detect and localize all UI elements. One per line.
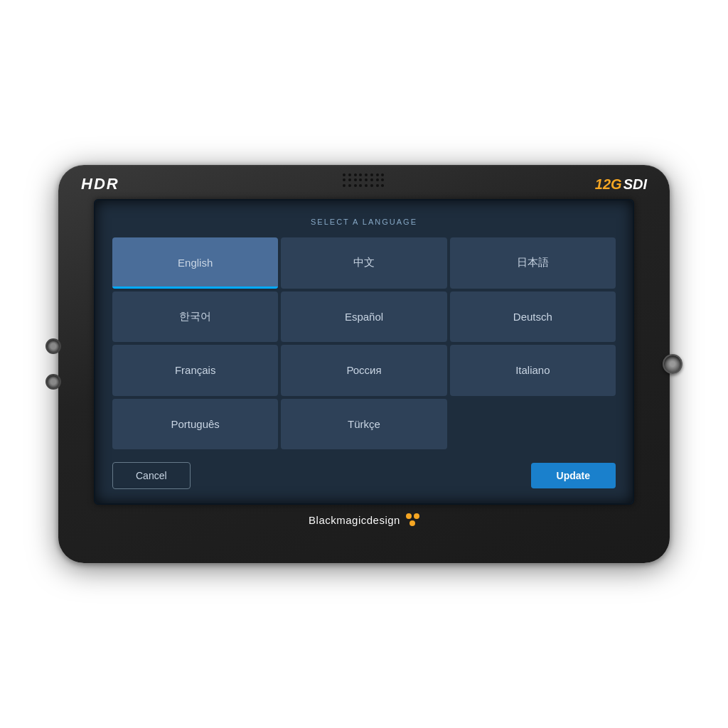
left-connectors: [46, 338, 61, 390]
sdi-label: 12G SDI: [595, 176, 647, 193]
device-body: HDR 12G SDI SELECT A LANGUAGE English 中文: [58, 165, 670, 563]
lang-russian[interactable]: Россия: [281, 345, 446, 396]
lang-turkish[interactable]: Türkçe: [281, 399, 446, 450]
lang-empty: [450, 399, 616, 450]
device-top-bar: HDR 12G SDI: [58, 165, 670, 199]
bnc-right: [663, 354, 682, 374]
lang-french[interactable]: Français: [112, 345, 278, 396]
bnc-bottom: [46, 374, 61, 390]
update-button[interactable]: Update: [531, 463, 616, 488]
language-grid: English 中文 日本語 한국어 Español Deutsch Franç…: [112, 237, 616, 449]
speaker-grille: [343, 173, 385, 188]
lang-japanese[interactable]: 日本語: [450, 237, 616, 289]
brand-logo: [406, 513, 419, 526]
lang-italian[interactable]: Italiano: [450, 345, 616, 396]
lang-chinese[interactable]: 中文: [281, 237, 446, 289]
device-bottom-bar: Blackmagicdesign: [309, 505, 419, 532]
sdi-suffix-text: SDI: [623, 176, 647, 193]
lang-korean[interactable]: 한국어: [112, 291, 278, 343]
logo-dot-2: [414, 513, 419, 519]
lang-english[interactable]: English: [112, 237, 278, 289]
main-screen: SELECT A LANGUAGE English 中文 日本語 한국어 Esp…: [94, 199, 634, 505]
lang-portuguese[interactable]: Português: [112, 399, 278, 450]
hdr-label: HDR: [81, 175, 119, 193]
cancel-button[interactable]: Cancel: [112, 462, 191, 489]
lang-spanish[interactable]: Español: [281, 291, 446, 343]
sdi-12g-text: 12G: [595, 176, 622, 193]
screen-bottom-bar: Cancel Update: [112, 462, 616, 489]
brand-name: Blackmagicdesign: [309, 514, 400, 526]
screen-title: SELECT A LANGUAGE: [112, 218, 616, 226]
right-connector: [663, 354, 682, 374]
logo-dot-1: [406, 513, 412, 519]
lang-german[interactable]: Deutsch: [450, 291, 616, 343]
bnc-top: [46, 338, 61, 354]
logo-dot-3: [410, 520, 415, 526]
